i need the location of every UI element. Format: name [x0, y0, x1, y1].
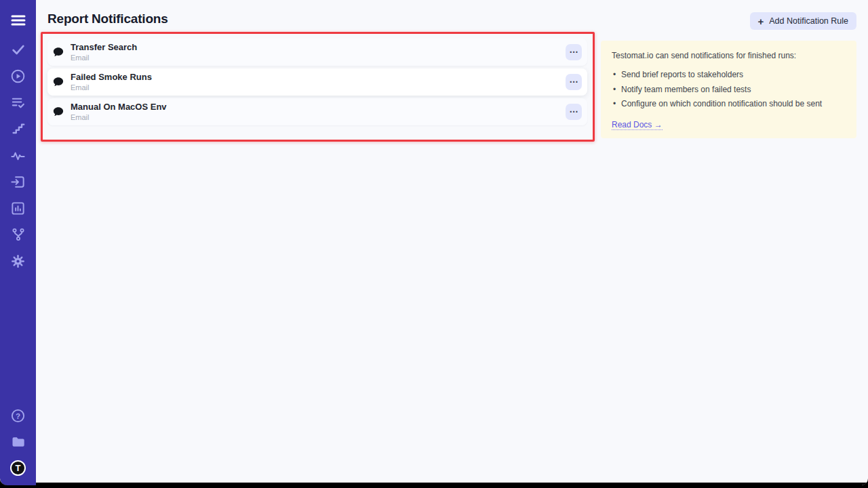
rule-channel: Email: [71, 54, 137, 62]
info-panel-bullets: Send brief reports to stakeholders Notif…: [612, 70, 846, 108]
app-window: ? T Report Notifications + Add Notificat…: [0, 0, 868, 485]
info-panel-intro: Testomat.io can send notifications for f…: [612, 51, 846, 60]
rule-text: Manual On MacOS Env Email: [71, 102, 167, 122]
info-bullet: Send brief reports to stakeholders: [612, 70, 846, 79]
sign-in-icon[interactable]: [10, 174, 26, 190]
chat-bubble-icon: [52, 76, 64, 88]
notification-rules-list: Transfer Search Email ⋯ Failed Smoke Run…: [47, 39, 587, 128]
plus-icon: +: [758, 16, 764, 26]
svg-text:?: ?: [16, 411, 20, 420]
row-actions-button[interactable]: ⋯: [566, 104, 582, 120]
gear-icon[interactable]: [10, 253, 26, 269]
info-bullet: Configure on which condition notificatio…: [612, 99, 846, 108]
check-icon[interactable]: [10, 41, 26, 58]
folder-icon[interactable]: [10, 434, 26, 450]
sidebar-footer: ? T: [0, 407, 36, 476]
info-panel: Testomat.io can send notifications for f…: [601, 41, 856, 138]
bar-chart-icon[interactable]: [10, 200, 26, 216]
main-content: Report Notifications + Add Notification …: [36, 0, 868, 485]
rule-channel: Email: [71, 83, 152, 92]
rule-row-transfer-search[interactable]: Transfer Search Email ⋯: [47, 39, 587, 66]
steps-icon[interactable]: [10, 121, 26, 137]
rule-title: Failed Smoke Runs: [71, 72, 152, 82]
git-branch-icon[interactable]: [10, 226, 26, 243]
rule-text: Transfer Search Email: [71, 42, 137, 62]
sidebar-nav: [0, 41, 36, 269]
help-icon[interactable]: ?: [10, 407, 26, 424]
letterbox-bar: [0, 483, 868, 485]
rule-row-failed-smoke-runs[interactable]: Failed Smoke Runs Email ⋯: [47, 68, 587, 96]
rule-title: Transfer Search: [71, 42, 137, 52]
menu-icon[interactable]: [0, 12, 36, 29]
rule-row-manual-on-macos-env[interactable]: Manual On MacOS Env Email ⋯: [47, 98, 587, 125]
play-circle-icon[interactable]: [10, 68, 26, 84]
add-button-label: Add Notification Rule: [769, 16, 848, 26]
chat-bubble-icon: [52, 106, 64, 118]
sidebar: ? T: [0, 0, 36, 485]
list-check-icon[interactable]: [10, 94, 26, 110]
add-notification-rule-button[interactable]: + Add Notification Rule: [750, 12, 857, 30]
row-actions-button[interactable]: ⋯: [566, 74, 582, 90]
row-actions-button[interactable]: ⋯: [566, 44, 582, 60]
info-bullet: Notify team members on failed tests: [612, 85, 846, 94]
read-docs-link[interactable]: Read Docs →: [612, 120, 663, 130]
pulse-icon[interactable]: [10, 147, 26, 163]
page-title: Report Notifications: [47, 12, 168, 26]
testomat-logo[interactable]: T: [10, 460, 26, 476]
chat-bubble-icon: [52, 46, 64, 58]
rule-channel: Email: [71, 113, 167, 122]
rule-title: Manual On MacOS Env: [71, 102, 167, 112]
rule-text: Failed Smoke Runs Email: [71, 72, 152, 92]
